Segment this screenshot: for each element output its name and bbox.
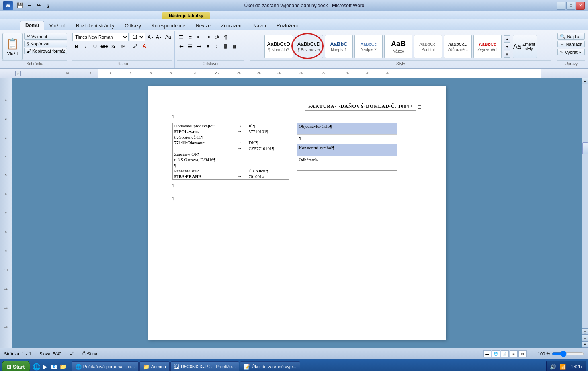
cut-button[interactable]: ✂ Vyjmout — [24, 33, 67, 40]
clear-format-btn[interactable]: Aa — [164, 33, 172, 41]
font-color-btn[interactable]: A — [140, 42, 148, 50]
replace-btn[interactable]: ↔ Nahradit — [557, 41, 585, 47]
word-logo-icon[interactable]: W — [3, 1, 13, 10]
cut-label: Vyjmout — [31, 34, 47, 39]
edit-section-label: Úpravy — [557, 60, 585, 66]
font-name-select[interactable]: Times New Roman — [72, 33, 129, 41]
font-grow-btn[interactable]: A▲ — [146, 33, 154, 41]
align-right-btn[interactable]: ➡ — [195, 42, 203, 50]
style-item-nadpis1[interactable]: AaBbC Nadpis 1 — [325, 35, 353, 58]
line-spacing-btn[interactable]: ↕ — [213, 42, 221, 50]
zmenit-styly-btn[interactable]: Aa Změnit styly — [513, 35, 537, 58]
maximize-btn[interactable]: □ — [566, 2, 575, 10]
bold-btn[interactable]: B — [72, 42, 80, 50]
scroll-down-btn[interactable]: ▼ — [582, 341, 588, 348]
ruler-corner[interactable]: ⌐ — [12, 71, 24, 76]
view-web-btn[interactable]: 🌐 — [492, 350, 500, 357]
borders-btn[interactable]: ▦ — [230, 42, 238, 50]
style-item-bez-mezer[interactable]: AaBbCcD ¶ Bez mezer — [295, 35, 323, 58]
clipboard-section-label: Schránka — [2, 60, 67, 66]
tab-korespondence[interactable]: Korespondence — [146, 21, 191, 30]
scroll-page-up-btn[interactable]: △ — [582, 328, 588, 335]
outlook-btn[interactable]: 📧 — [50, 363, 58, 371]
view-draft-btn[interactable]: ⊞ — [518, 350, 527, 357]
tab-navrh[interactable]: Návrh — [248, 21, 271, 30]
ie-btn[interactable]: 🌐 — [33, 363, 41, 371]
table-row: tř.·Spojenců·11¶ — [172, 134, 289, 140]
font-shrink-btn[interactable]: A▼ — [155, 33, 163, 41]
print-btn[interactable]: 🖨 — [44, 2, 52, 10]
supplier-table[interactable]: Dodavatel·prodávající: → IČ¶ FIFOL,·s.r.… — [172, 123, 289, 180]
windows-icon: ⊞ — [7, 364, 11, 370]
styles-scroll-down-btn[interactable]: ▼ — [504, 43, 510, 50]
undo-btn[interactable]: ↩ — [25, 2, 33, 10]
indent-btn[interactable]: ⇥ — [204, 33, 212, 41]
italic-btn[interactable]: I — [82, 42, 90, 50]
tab-revize[interactable]: Revize — [191, 21, 216, 30]
styles-scroll-up-btn[interactable]: ▲ — [504, 35, 510, 43]
view-print-btn[interactable]: 📄 — [501, 350, 509, 357]
taskbar-item-admina[interactable]: 📁 Admina — [139, 361, 170, 371]
select-btn[interactable]: ↖ Vybrat » — [557, 49, 585, 55]
numbered-list-btn[interactable]: ≡ — [186, 33, 194, 41]
format-copy-button[interactable]: 🖌 Kopírovat formát — [24, 48, 67, 54]
scroll-page-down-btn[interactable]: ▽ — [582, 335, 588, 341]
superscript-btn[interactable]: x² — [119, 42, 127, 50]
style-item-normal[interactable]: AaBbCcD ¶ Normálně — [264, 35, 293, 58]
font-size-select[interactable]: 11 — [130, 33, 145, 41]
page-info: Stránka: 1 z 1 — [4, 351, 31, 356]
style-item-zvyr[interactable]: AaBbCc Zvýraznění — [473, 35, 502, 58]
document-page[interactable]: FAKTURA·–·DAŇOVÝ·DOKLAD·Č.·1004¤ ◻ ¶ Dod… — [148, 86, 446, 340]
taskbar-item-jpg[interactable]: 🖼 D5C05923.JPG - Prohlíže... — [170, 361, 239, 371]
vertical-scrollbar[interactable]: ▲ △ ▽ ▼ — [582, 78, 588, 348]
bullet-list-btn[interactable]: ☰ — [177, 33, 185, 41]
save-quick-btn[interactable]: 💾 — [16, 2, 24, 10]
align-left-btn[interactable]: ⬅ — [177, 42, 185, 50]
right-info-table[interactable]: Objednávka·číslo¶ ¶ Konstantní·symbol¶ O… — [297, 123, 397, 171]
minimize-btn[interactable]: — — [557, 2, 565, 10]
taskbar-item-poradna[interactable]: 🌐 Počítačová poradna - po... — [72, 361, 139, 371]
outdent-btn[interactable]: ⇤ — [195, 33, 203, 41]
justify-btn[interactable]: ≡ — [204, 42, 212, 50]
start-button[interactable]: ⊞ Start — [2, 361, 30, 371]
style-nadpis1-preview: AaBbC — [330, 41, 347, 47]
table-row: Dodavatel·prodávající: → IČ¶ — [172, 123, 289, 129]
style-item-zdura[interactable]: AaBbCcD Zdůrazně... — [444, 35, 472, 58]
tab-rozlozeni-stranky[interactable]: Rozložení stránky — [71, 21, 119, 30]
paste-button[interactable]: 📋 Vložit — [2, 33, 23, 60]
style-item-podtitul[interactable]: AaBbCc. Podtitul — [414, 35, 442, 58]
zoom-slider[interactable] — [552, 351, 584, 356]
sort-btn[interactable]: ↕A — [213, 33, 221, 41]
view-normal-btn[interactable]: ▬ — [483, 350, 491, 357]
tab-rozlozeni[interactable]: Rozložení — [271, 21, 303, 30]
scroll-up-btn[interactable]: ▲ — [582, 78, 588, 84]
taskbar-item-word[interactable]: 📝 Úkol do zasrané vyje... — [240, 361, 300, 371]
horizontal-ruler: ⌐ -10 -9 -8 -7 -6 -5 -4 ·1· ·2· ·3· ·4· … — [0, 69, 588, 78]
align-center-btn[interactable]: ☰ — [186, 42, 194, 50]
view-outline-btn[interactable]: ≡ — [510, 350, 518, 357]
copy-button[interactable]: ⎘ Kopírovat — [24, 41, 67, 47]
zoom-label: 100 % — [538, 351, 550, 356]
table-row: Objednávka·číslo¶ — [297, 123, 397, 135]
tab-odkazy[interactable]: Odkazy — [119, 21, 146, 30]
scroll-thumb[interactable] — [582, 142, 588, 154]
underline-btn[interactable]: U — [91, 42, 99, 50]
styles-expand-btn[interactable]: ⊞ — [504, 51, 510, 58]
tools-tabulky-tab[interactable]: Nástroje tabulky — [162, 12, 210, 19]
tab-vlozeni[interactable]: Vložení — [44, 21, 71, 30]
highlight-btn[interactable]: 🖊 — [131, 42, 139, 50]
tab-zobrazeni[interactable]: Zobrazení — [216, 21, 248, 30]
subscript-btn[interactable]: x₂ — [109, 42, 117, 50]
style-item-nadpis2[interactable]: AaBbCc Nadpis 2 — [354, 35, 383, 58]
shading-btn[interactable]: ▓ — [221, 42, 229, 50]
tab-domu[interactable]: Domů — [20, 21, 44, 30]
language-label[interactable]: Čeština — [82, 351, 97, 356]
strikethrough-btn[interactable]: abc — [100, 42, 108, 50]
find-btn[interactable]: 🔍 Najít » — [557, 33, 585, 40]
media-btn[interactable]: ▶ — [41, 363, 49, 371]
show-marks-btn[interactable]: ¶ — [221, 33, 229, 41]
style-item-nazev[interactable]: AaB Název — [384, 35, 412, 58]
close-btn[interactable]: ✕ — [576, 2, 585, 10]
redo-btn[interactable]: ↪ — [35, 2, 43, 10]
explorer-btn[interactable]: 📁 — [59, 363, 67, 371]
